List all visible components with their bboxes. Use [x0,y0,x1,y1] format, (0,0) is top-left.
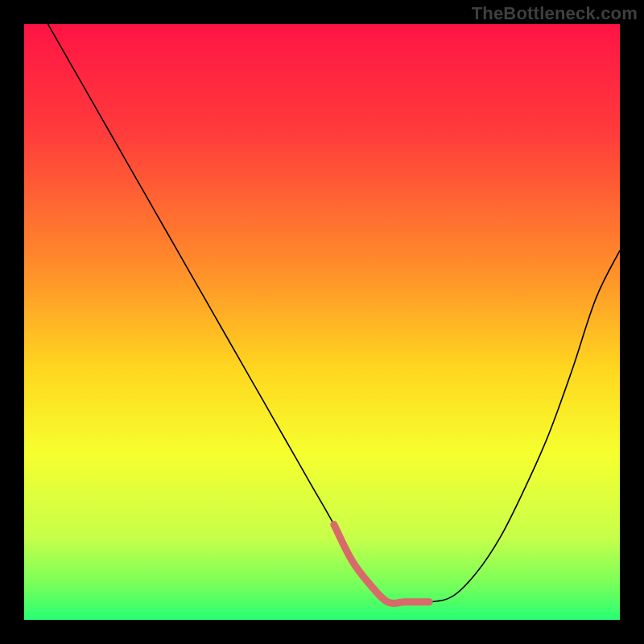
watermark-text: TheBottleneck.com [472,3,638,24]
chart-frame: TheBottleneck.com [0,0,644,644]
chart-plot-area [24,24,620,620]
chart-svg [24,24,620,620]
gradient-background [24,24,620,620]
